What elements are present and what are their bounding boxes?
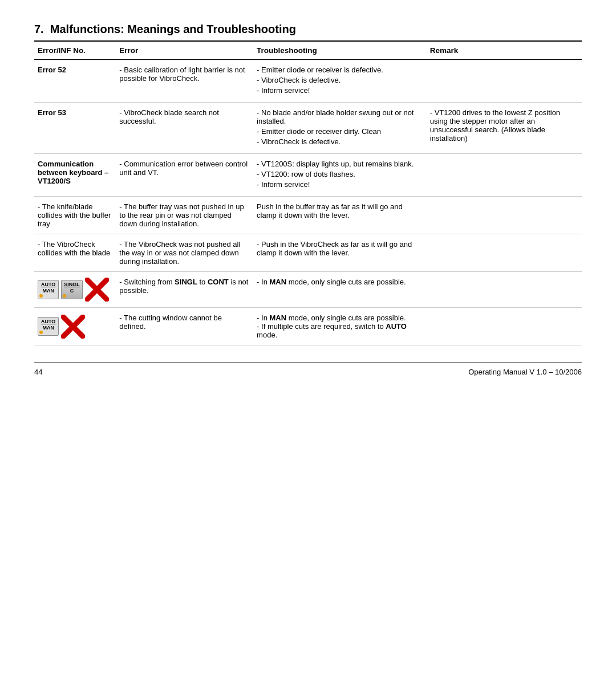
trouble-plain: - In MAN mode, only single cuts are poss… [257, 278, 406, 286]
error-number-cell: Error 53 [34, 103, 116, 154]
auto-label2: AUTO [41, 319, 55, 325]
table-row: AUTO MAN [34, 308, 582, 345]
remark-cell [427, 154, 582, 197]
trouble-item: Push in the VibroCheck as far as it will… [257, 240, 423, 257]
error-label: Communication between keyboard – VT1200/… [38, 160, 108, 185]
page-footer: 44 Operating Manual V 1.0 – 10/2006 [34, 368, 582, 376]
remark-cell [427, 60, 582, 103]
desc-item: Communication error between control unit… [119, 160, 248, 177]
error-label: - The knife/blade collides with the buff… [38, 202, 111, 228]
troubleshoot-cell: VT1200S: display lights up, but remains … [253, 154, 427, 197]
page-container: 7. Malfunctions: Meanings and Troublesho… [34, 23, 582, 376]
singl-label: SINGL [64, 282, 80, 288]
table-row: Error 52 Basic calibration of light barr… [34, 60, 582, 103]
section-title: Malfunctions: Meanings and Troubleshooti… [50, 23, 296, 35]
cont-label: C [64, 288, 80, 294]
troubleshoot-cell: - In MAN mode, only single cuts are poss… [253, 272, 427, 308]
error-desc-cell: - The cutting window cannot be defined. [116, 308, 253, 345]
desc-item: VibroCheck blade search not successful. [119, 108, 219, 125]
remark-cell [427, 234, 582, 272]
error-number: Error 53 [38, 108, 66, 117]
remark-cell [427, 308, 582, 345]
icon-cell-cut: AUTO MAN [34, 308, 116, 345]
trouble-item: VibroCheck is defective. [257, 76, 423, 84]
table-row: AUTO MAN SINGL C [34, 272, 582, 308]
remark-cell [427, 272, 582, 308]
malfunctions-table: Error/INF No. Error Troubleshooting Rema… [34, 42, 582, 345]
troubleshoot-cell: Emitter diode or receiver is defective. … [253, 60, 427, 103]
trouble-item: VT1200: row of dots flashes. [257, 170, 423, 178]
red-x-icon [85, 278, 109, 302]
trouble-item: VibroCheck is defective. [257, 137, 423, 146]
troubleshoot-cell: Push in the buffer tray as far as it wil… [253, 197, 427, 234]
col-header-desc: Error [116, 42, 253, 60]
error-desc-cell: The VibroCheck was not pushed all the wa… [116, 234, 253, 272]
error-desc-cell: Basic calibration of light barrier is no… [116, 60, 253, 103]
remark-cell: VT1200 drives to the lowest Z position u… [427, 103, 582, 154]
ui-icon-group-singl: AUTO MAN SINGL C [38, 278, 112, 302]
table-row: - The knife/blade collides with the buff… [34, 197, 582, 234]
trouble-item: Emitter diode or receiver dirty. Clean [257, 127, 423, 136]
table-header-row: Error/INF No. Error Troubleshooting Rema… [34, 42, 582, 60]
error-desc-cell: Communication error between control unit… [116, 154, 253, 197]
error-number-cell: Error 52 [34, 60, 116, 103]
troubleshoot-cell: - In MAN mode, only single cuts are poss… [253, 308, 427, 345]
footer-divider [34, 363, 582, 363]
status-dot [39, 294, 43, 298]
table-row: - The VibroCheck collides with the blade… [34, 234, 582, 272]
col-header-remark: Remark [427, 42, 582, 60]
error-desc-cell: VibroCheck blade search not successful. [116, 103, 253, 154]
icon-cell-singl: AUTO MAN SINGL C [34, 272, 116, 308]
man-label2: MAN [41, 325, 55, 331]
man-label: MAN [41, 288, 55, 294]
desc-item: - The cutting window cannot be defined. [119, 314, 222, 331]
ui-icon-group-cut: AUTO MAN [38, 315, 112, 339]
error-desc-cell: The buffer tray was not pushed in up to … [116, 197, 253, 234]
remark-item: VT1200 drives to the lowest Z position u… [430, 108, 578, 143]
trouble-item: - In MAN mode, only single cuts are poss… [257, 314, 423, 322]
remark-cell [427, 197, 582, 234]
section-number: 7. [34, 23, 44, 35]
error-label: - The VibroCheck collides with the blade [38, 240, 110, 257]
col-header-trouble: Troubleshooting [253, 42, 427, 60]
trouble-item: Inform service! [257, 180, 423, 189]
auto-label: AUTO [41, 282, 55, 288]
col-header-error: Error/INF No. [34, 42, 116, 60]
trouble-item: - If multiple cuts are required, switch … [257, 322, 423, 339]
error-desc-cell: - Switching from SINGL to CONT is not po… [116, 272, 253, 308]
red-x-icon2 [61, 315, 85, 339]
troubleshoot-cell: Push in the VibroCheck as far as it will… [253, 234, 427, 272]
trouble-item: Emitter diode or receiver is defective. [257, 66, 423, 74]
page-title: 7. Malfunctions: Meanings and Troublesho… [34, 23, 582, 36]
page-number: 44 [34, 368, 42, 376]
table-row: Error 53 VibroCheck blade search not suc… [34, 103, 582, 154]
trouble-plain: Push in the buffer tray as far as it wil… [257, 202, 403, 219]
desc-item: - Switching from SINGL to CONT is not po… [119, 278, 248, 295]
desc-item: The VibroCheck was not pushed all the wa… [119, 240, 240, 266]
footer-text: Operating Manual V 1.0 – 10/2006 [468, 368, 582, 376]
troubleshoot-cell: No blade and/or blade holder swung out o… [253, 103, 427, 154]
error-number: Error 52 [38, 66, 66, 74]
trouble-item: VT1200S: display lights up, but remains … [257, 160, 423, 168]
trouble-item: No blade and/or blade holder swung out o… [257, 108, 423, 125]
desc-item: The buffer tray was not pushed in up to … [119, 202, 244, 228]
error-label-cell: - The VibroCheck collides with the blade [34, 234, 116, 272]
error-number-cell: Communication between keyboard – VT1200/… [34, 154, 116, 197]
trouble-item: Inform service! [257, 86, 423, 95]
table-row: Communication between keyboard – VT1200/… [34, 154, 582, 197]
desc-item: Basic calibration of light barrier is no… [119, 66, 245, 83]
error-label-cell: - The knife/blade collides with the buff… [34, 197, 116, 234]
